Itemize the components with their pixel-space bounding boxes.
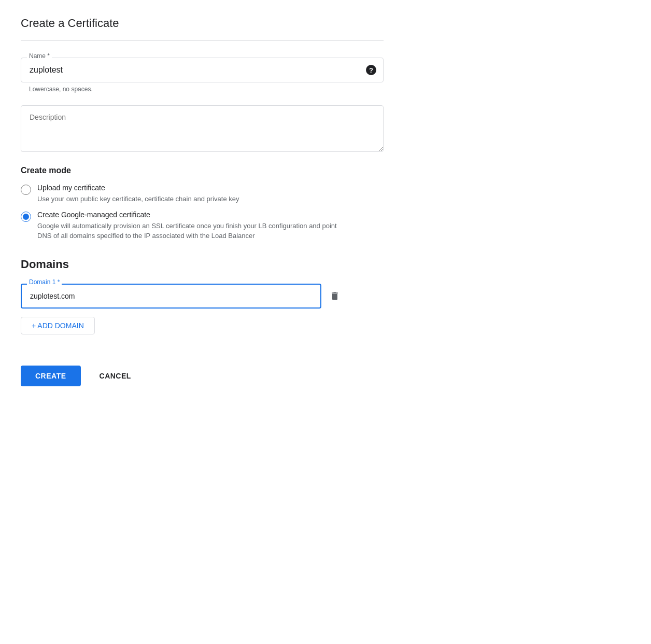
radio-google-managed-label: Create Google-managed certificate <box>37 211 348 219</box>
description-input[interactable] <box>21 105 384 152</box>
name-input[interactable] <box>21 58 384 82</box>
domain-1-input[interactable] <box>21 284 321 309</box>
radio-group: Upload my certificate Use your own publi… <box>21 184 384 241</box>
delete-domain-icon[interactable] <box>328 289 342 303</box>
create-button[interactable]: CREATE <box>21 366 81 386</box>
create-mode-heading: Create mode <box>21 166 384 175</box>
name-field-wrapper: Name ? <box>21 58 384 82</box>
domains-title: Domains <box>21 258 384 271</box>
radio-upload-content: Upload my certificate Use your own publi… <box>37 184 239 204</box>
radio-google-managed[interactable] <box>21 212 31 222</box>
radio-option-upload[interactable]: Upload my certificate Use your own publi… <box>21 184 384 204</box>
cancel-button[interactable]: CANCEL <box>89 366 141 386</box>
domain-1-label: Domain 1 * <box>27 279 62 285</box>
description-field-section <box>21 105 384 153</box>
radio-option-google-managed[interactable]: Create Google-managed certificate Google… <box>21 211 384 241</box>
divider <box>21 40 384 41</box>
domains-section: Domains Domain 1 * + ADD DOMAIN <box>21 258 384 334</box>
radio-google-managed-description: Google will automatically provision an S… <box>37 221 348 241</box>
radio-upload-description: Use your own public key certificate, cer… <box>37 194 239 204</box>
create-mode-section: Create mode Upload my certificate Use yo… <box>21 166 384 241</box>
name-helper-text: Lowercase, no spaces. <box>21 86 384 93</box>
name-label: Name <box>27 53 52 59</box>
action-buttons: CREATE CANCEL <box>21 366 384 386</box>
domain-1-input-container: Domain 1 * <box>21 284 321 309</box>
page-title: Create a Certificate <box>21 17 384 30</box>
help-icon[interactable]: ? <box>366 65 376 75</box>
domain-1-field-wrapper: Domain 1 * <box>21 284 384 309</box>
description-field-wrapper <box>21 105 384 153</box>
radio-upload-label: Upload my certificate <box>37 184 239 192</box>
radio-google-managed-content: Create Google-managed certificate Google… <box>37 211 348 241</box>
radio-upload[interactable] <box>21 185 31 195</box>
name-field-section: Name ? Lowercase, no spaces. <box>21 58 384 93</box>
add-domain-button[interactable]: + ADD DOMAIN <box>21 317 95 334</box>
